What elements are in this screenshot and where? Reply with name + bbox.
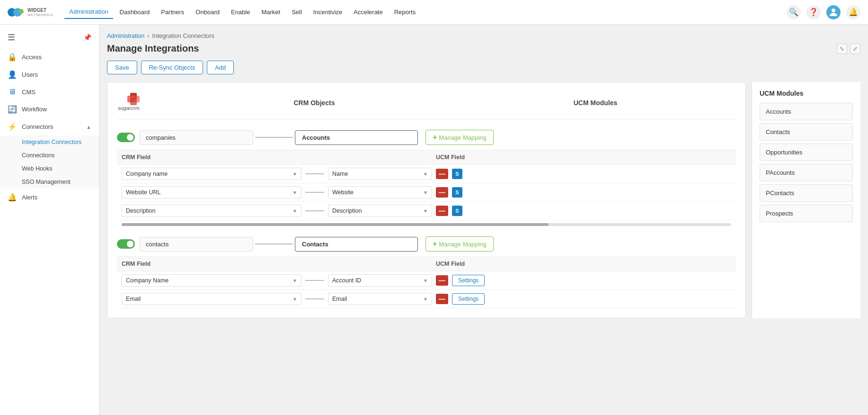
field-row-email-contacts: Email ▼ Email ▼ — Settings <box>117 290 736 308</box>
nav-sell[interactable]: Sell <box>287 6 307 18</box>
save-button[interactable]: Save <box>107 61 137 74</box>
notifications-button[interactable]: 🔔 <box>846 5 860 19</box>
nav-administration[interactable]: Administration <box>64 5 113 19</box>
connector-line-contacts <box>255 244 293 244</box>
logo-sub: NETWORKS <box>27 13 53 17</box>
crm-panel: sugarcrm CRM Objects UCM Modules compa <box>107 82 746 318</box>
breadcrumb-separator: › <box>147 32 149 39</box>
sidebar-item-integration-connectors[interactable]: Integration Connectors <box>0 135 99 149</box>
pin-icon[interactable]: 📌 <box>83 34 91 41</box>
help-button[interactable]: ❓ <box>806 5 821 19</box>
delete-field-1[interactable]: — <box>436 169 448 179</box>
avatar[interactable] <box>826 5 841 19</box>
sidebar-label-alerts: Alerts <box>22 194 91 201</box>
sugarcrm-logo: sugarcrm <box>117 92 174 113</box>
delete-field-2[interactable]: — <box>436 187 448 198</box>
field-connector-2 <box>305 192 324 193</box>
object-row-contacts: contacts Contacts + Manage Mapping <box>117 232 736 257</box>
ucm-field-name-value: Name <box>332 171 348 177</box>
toggle-contacts[interactable] <box>117 239 135 249</box>
crm-field-header: CRM Field <box>122 154 417 161</box>
sidebar-item-sso-management[interactable]: SSO Management <box>0 175 99 189</box>
ucm-field-email[interactable]: Email ▼ <box>328 293 432 305</box>
delete-field-5[interactable]: — <box>436 294 448 304</box>
manage-mapping-companies[interactable]: + Manage Mapping <box>425 130 494 145</box>
nav-partners[interactable]: Partners <box>156 6 189 18</box>
module-pcontacts[interactable]: PContacts <box>760 184 853 202</box>
maximize-button[interactable]: ⤢ <box>850 44 860 54</box>
sidebar-item-access[interactable]: 🔒 Access <box>0 48 99 66</box>
object-row-companies: companies Accounts + Manage Mapping <box>117 125 736 150</box>
svg-rect-4 <box>130 99 137 105</box>
sidebar-label-users: Users <box>22 71 91 78</box>
crm-object-companies: companies <box>140 130 253 145</box>
section-companies: companies Accounts + Manage Mapping <box>117 125 736 226</box>
delete-field-4[interactable]: — <box>436 275 448 286</box>
resync-button[interactable]: Re-Sync Objects <box>141 61 204 74</box>
settings-field-2[interactable]: S <box>452 187 462 198</box>
ucm-field-email-value: Email <box>332 296 347 302</box>
nav-market[interactable]: Market <box>257 6 285 18</box>
ucm-field-header-contacts: UCM Field <box>436 261 731 267</box>
sidebar-item-connections[interactable]: Connections <box>0 149 99 162</box>
crm-field-email[interactable]: Email ▼ <box>122 293 301 305</box>
settings-button-contacts-1[interactable]: Settings <box>452 275 485 286</box>
module-prospects[interactable]: Prospects <box>760 205 853 222</box>
dropdown-chevron: ▼ <box>292 278 297 283</box>
crm-field-company-name-contacts-value: Company Name <box>126 277 168 284</box>
field-connector-1 <box>305 173 324 174</box>
sidebar-item-alerts[interactable]: 🔔 Alerts <box>0 189 99 206</box>
sidebar-item-web-hooks[interactable]: Web Hooks <box>0 162 99 175</box>
sidebar-item-users[interactable]: 👤 Users <box>0 66 99 83</box>
nav-enable[interactable]: Enable <box>226 6 255 18</box>
settings-button-contacts-2[interactable]: Settings <box>452 293 485 305</box>
sidebar-item-cms[interactable]: 🖥 CMS <box>0 83 99 100</box>
settings-field-1[interactable]: S <box>452 169 462 179</box>
sidebar-label-connectors: Connectors <box>22 123 81 130</box>
sidebar: ☰ 📌 🔒 Access 👤 Users 🖥 CMS 🔄 Workflow ⚡ … <box>0 25 99 415</box>
field-connector-4 <box>305 280 324 281</box>
crm-field-company-name-contacts[interactable]: Company Name ▼ <box>122 274 301 287</box>
nav-onboard[interactable]: Onboard <box>191 6 224 18</box>
toggle-companies[interactable] <box>117 133 135 142</box>
nav-incentivize[interactable]: Incentivize <box>309 6 347 18</box>
module-accounts[interactable]: Accounts <box>760 103 853 120</box>
crm-field-company-name-value: Company name <box>126 171 168 177</box>
ucm-field-account-id[interactable]: Account ID ▼ <box>328 274 432 287</box>
manage-mapping-label-companies: Manage Mapping <box>439 134 486 141</box>
breadcrumb: Administration › Integration Connectors <box>107 32 860 39</box>
module-contacts[interactable]: Contacts <box>760 123 853 141</box>
crm-field-header-contacts: CRM Field <box>122 261 417 267</box>
nav-reports[interactable]: Reports <box>390 6 421 18</box>
nav-dashboard[interactable]: Dashboard <box>115 6 155 18</box>
module-opportunities[interactable]: Opportunities <box>760 144 853 161</box>
module-paccounts[interactable]: PAccounts <box>760 164 853 181</box>
search-button[interactable]: 🔍 <box>787 5 801 19</box>
delete-field-3[interactable]: — <box>436 206 448 216</box>
menu-toggle[interactable]: ☰ <box>8 32 15 43</box>
settings-field-3[interactable]: S <box>452 206 462 216</box>
chevron-up-icon: ▲ <box>86 124 91 130</box>
ucm-field-name[interactable]: Name ▼ <box>328 168 432 180</box>
crm-field-email-value: Email <box>126 296 141 302</box>
minimize-button[interactable]: ⤡ <box>837 44 847 54</box>
mapping-header: sugarcrm CRM Objects UCM Modules <box>117 92 736 119</box>
ucm-field-description[interactable]: Description ▼ <box>328 205 432 217</box>
add-button[interactable]: Add <box>207 61 234 74</box>
right-panel-title: UCM Modules <box>760 90 853 97</box>
crm-field-website-url[interactable]: Website URL ▼ <box>122 186 301 198</box>
nav-accelerate[interactable]: Accelerate <box>349 6 387 18</box>
integration-panel: sugarcrm CRM Objects UCM Modules compa <box>107 82 746 318</box>
crm-field-description[interactable]: Description ▼ <box>122 205 301 217</box>
sidebar-item-workflow[interactable]: 🔄 Workflow <box>0 100 99 118</box>
lock-icon: 🔒 <box>8 53 17 62</box>
svg-text:sugarcrm: sugarcrm <box>118 105 140 111</box>
manage-mapping-contacts[interactable]: + Manage Mapping <box>425 236 494 252</box>
sidebar-item-connectors[interactable]: ⚡ Connectors ▲ <box>0 118 99 135</box>
breadcrumb-admin[interactable]: Administration <box>107 33 144 39</box>
crm-field-website-url-value: Website URL <box>126 189 160 196</box>
fields-header-companies: CRM Field UCM Field <box>117 150 736 165</box>
dropdown-chevron: ▼ <box>292 208 297 214</box>
crm-field-company-name[interactable]: Company name ▼ <box>122 168 301 180</box>
ucm-field-website[interactable]: Website ▼ <box>328 186 432 198</box>
